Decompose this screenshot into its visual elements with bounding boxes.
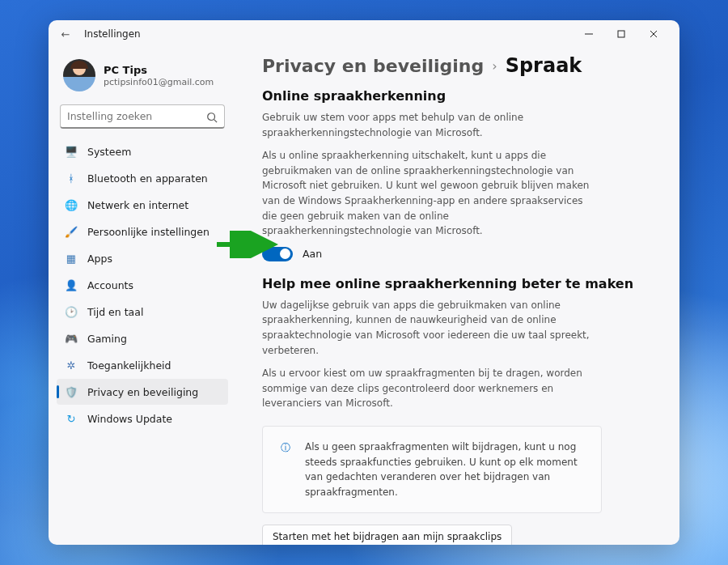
nav-icon: 🌐: [65, 198, 78, 211]
section-online-speech-title: Online spraakherkenning: [262, 88, 649, 104]
back-button[interactable]: ←: [58, 28, 73, 40]
maximize-button[interactable]: [605, 23, 637, 45]
avatar: [63, 59, 95, 91]
info-callout: ⓘ Als u geen spraakfragmenten wilt bijdr…: [262, 426, 602, 513]
sidebar-item-toegankelijkheid[interactable]: ✲Toegankelijkheid: [57, 352, 228, 378]
sidebar: PC Tips pctipsinfo01@gmail.com 🖥️Systeem…: [49, 48, 236, 545]
chevron-right-icon: ›: [492, 58, 497, 74]
nav-icon: ᚼ: [65, 172, 78, 185]
nav-label: Systeem: [87, 146, 131, 158]
nav-label: Toegankelijkheid: [87, 359, 171, 372]
nav-label: Persoonlijke instellingen: [87, 226, 210, 238]
nav-label: Gaming: [87, 333, 127, 345]
nav-icon: 🎮: [65, 332, 78, 345]
main-content: Privacy en beveiliging › Spraak Online s…: [236, 48, 679, 545]
search-input[interactable]: [67, 110, 206, 122]
sidebar-item-accounts[interactable]: 👤Accounts: [57, 272, 228, 298]
sidebar-item-systeem[interactable]: 🖥️Systeem: [57, 138, 228, 164]
nav-icon: 🕑: [65, 305, 78, 318]
search-box[interactable]: [60, 104, 225, 129]
nav-label: Tijd en taal: [87, 306, 143, 318]
nav-label: Windows Update: [87, 413, 172, 425]
nav-icon: ↻: [65, 412, 78, 425]
nav-icon: 🛡️: [65, 385, 78, 398]
nav-label: Apps: [87, 253, 112, 265]
sidebar-item-persoonlijke-instellingen[interactable]: 🖌️Persoonlijke instellingen: [57, 219, 228, 244]
sidebar-item-gaming[interactable]: 🎮Gaming: [57, 325, 228, 351]
nav-label: Netwerk en internet: [87, 199, 188, 211]
titlebar: ← Instellingen: [49, 20, 679, 48]
svg-rect-0: [618, 31, 624, 37]
section-help-improve-title: Help mee online spraakherkenning beter t…: [262, 276, 649, 291]
section2-p2: Als u ervoor kiest om uw spraakfragmente…: [262, 366, 594, 411]
info-text: Als u geen spraakfragmenten wilt bijdrag…: [305, 440, 583, 499]
breadcrumb-parent[interactable]: Privacy en beveiliging: [262, 56, 484, 76]
window-title: Instellingen: [84, 28, 141, 40]
nav-label: Accounts: [87, 279, 133, 291]
profile-name: PC Tips: [104, 64, 214, 76]
nav-icon: ✲: [65, 359, 78, 372]
sidebar-item-apps[interactable]: ▦Apps: [57, 245, 228, 271]
profile-email: pctipsinfo01@gmail.com: [104, 77, 214, 87]
nav-icon: 🖌️: [65, 225, 78, 238]
settings-window: ← Instellingen PC Tips pctipsinfo01@gmai…: [49, 20, 679, 545]
sidebar-item-windows-update[interactable]: ↻Windows Update: [57, 406, 228, 431]
sidebar-item-privacy-en-beveiliging[interactable]: 🛡️Privacy en beveiliging: [57, 379, 228, 405]
start-contributing-button[interactable]: Starten met het bijdragen aan mijn spraa…: [262, 525, 512, 545]
online-speech-toggle[interactable]: [262, 247, 293, 261]
profile-block[interactable]: PC Tips pctipsinfo01@gmail.com: [57, 54, 228, 103]
toggle-state-label: Aan: [303, 248, 322, 260]
search-icon: [206, 111, 218, 122]
sidebar-nav: 🖥️SysteemᚼBluetooth en apparaten🌐Netwerk…: [57, 138, 228, 431]
nav-icon: 🖥️: [65, 145, 78, 158]
minimize-button[interactable]: [573, 23, 605, 45]
info-icon: ⓘ: [281, 441, 290, 455]
section2-p1: Uw dagelijkse gebruik van apps die gebru…: [262, 298, 594, 358]
section1-p2: Als u online spraakherkenning uitschakel…: [262, 148, 594, 239]
sidebar-item-netwerk-en-internet[interactable]: 🌐Netwerk en internet: [57, 192, 228, 218]
sidebar-item-bluetooth-en-apparaten[interactable]: ᚼBluetooth en apparaten: [57, 165, 228, 191]
sidebar-item-tijd-en-taal[interactable]: 🕑Tijd en taal: [57, 299, 228, 325]
breadcrumb: Privacy en beveiliging › Spraak: [262, 54, 649, 77]
svg-point-1: [208, 113, 215, 120]
nav-icon: ▦: [65, 252, 78, 265]
breadcrumb-current: Spraak: [506, 54, 582, 77]
nav-icon: 👤: [65, 278, 78, 291]
nav-label: Bluetooth en apparaten: [87, 172, 208, 185]
section1-p1: Gebruik uw stem voor apps met behulp van…: [262, 110, 594, 140]
close-button[interactable]: [637, 23, 670, 45]
nav-label: Privacy en beveiliging: [87, 386, 198, 398]
